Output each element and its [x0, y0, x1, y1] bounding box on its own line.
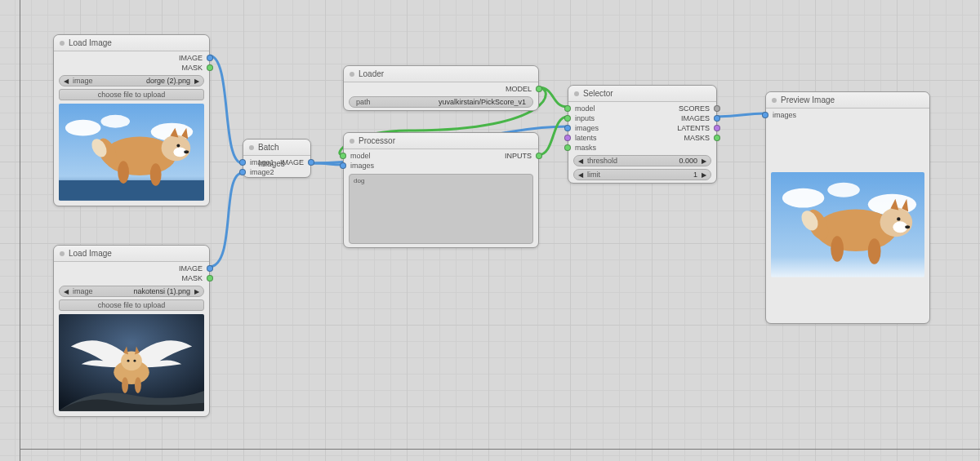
output-inputs-label: INPUTS	[441, 152, 532, 160]
input-masks-label: masks	[575, 144, 710, 152]
text-input[interactable]: dog	[349, 174, 533, 244]
widget-image-selector[interactable]: ◀ image dorge (2).png ▶	[59, 75, 204, 86]
output-port-inputs[interactable]	[536, 153, 542, 159]
output-port-image[interactable]	[207, 55, 213, 61]
output-port-masks[interactable]	[714, 135, 720, 141]
svg-point-1	[65, 120, 101, 136]
output-port-latents[interactable]	[714, 125, 720, 131]
spacer	[766, 282, 929, 323]
input-images-label: images	[350, 162, 532, 170]
input-port-images[interactable]	[564, 125, 571, 131]
input-port-image2[interactable]	[239, 169, 246, 175]
widget-value: 0.000	[621, 157, 701, 165]
node-title[interactable]: Selector	[568, 86, 716, 102]
node-title[interactable]: Load Image	[54, 246, 209, 262]
input-port-model[interactable]	[564, 105, 571, 112]
input-model-label: model	[575, 104, 643, 113]
node-title[interactable]: Loader	[344, 66, 538, 82]
input-latents-label: latents	[575, 134, 643, 142]
output-scores-label: SCORES	[643, 104, 710, 113]
output-mask-label: MASK	[60, 274, 203, 282]
output-port-scores[interactable]	[714, 105, 720, 112]
widget-limit[interactable]: ◀ limit 1 ▶	[573, 169, 711, 180]
svg-point-2	[100, 115, 130, 128]
widget-value: nakotensi (1).png	[96, 287, 194, 295]
widget-value: 1	[604, 171, 701, 179]
arrow-right-icon[interactable]: ▶	[194, 78, 200, 85]
output-latents-label: LATENTS	[643, 124, 710, 132]
output-mask-label: MASK	[60, 64, 203, 72]
widget-label: path	[353, 98, 374, 106]
output-model-label: MODEL	[350, 85, 532, 93]
node-load-image-1[interactable]: Load Image IMAGE MASK ◀ image dorge (2).…	[53, 34, 210, 206]
output-port-model[interactable]	[536, 86, 542, 92]
input-port-masks[interactable]	[564, 144, 571, 151]
node-preview-image[interactable]: Preview Image images	[765, 91, 930, 324]
input-images-label: images	[773, 111, 923, 119]
node-processor[interactable]: Processor model INPUTS images dog	[343, 132, 539, 248]
choose-file-button[interactable]: choose file to upload	[59, 299, 204, 311]
arrow-left-icon[interactable]: ◀	[63, 288, 69, 295]
output-port-images[interactable]	[714, 115, 720, 122]
node-loader[interactable]: Loader MODEL path yuvalkirstain/PickScor…	[343, 65, 539, 111]
node-title[interactable]: Processor	[344, 133, 538, 149]
spacer	[766, 120, 929, 169]
svg-point-30	[880, 208, 913, 237]
widget-value: yuvalkirstain/PickScore_v1	[374, 98, 529, 106]
choose-file-button[interactable]: choose file to upload	[59, 89, 204, 100]
arrow-right-icon[interactable]: ▶	[701, 157, 707, 165]
svg-point-37	[868, 238, 881, 264]
output-images-label: IMAGES	[643, 114, 710, 122]
input-image1-label: image1	[250, 158, 277, 166]
output-image-label: IMAGE	[60, 264, 203, 273]
input-port-inputs[interactable]	[564, 115, 571, 122]
svg-point-21	[127, 360, 130, 362]
widget-image-selector[interactable]: ◀ image nakotensi (1).png ▶	[59, 286, 204, 297]
widget-value: dorge (2).png	[96, 77, 194, 85]
arrow-left-icon[interactable]: ◀	[63, 78, 69, 85]
input-port-image1[interactable]	[239, 159, 246, 166]
node-title[interactable]: Preview Image	[766, 92, 929, 109]
canvas-border-bottom	[20, 449, 980, 450]
svg-point-23	[122, 377, 128, 393]
input-port-latents[interactable]	[564, 135, 571, 141]
svg-point-10	[176, 144, 180, 147]
node-load-image-2[interactable]: Load Image IMAGE MASK ◀ image nakotensi …	[53, 245, 210, 417]
output-image-label: IMAGE	[60, 54, 203, 62]
image-preview	[771, 172, 924, 277]
input-port-images[interactable]	[762, 112, 768, 118]
svg-point-11	[184, 150, 189, 153]
output-port-mask[interactable]	[207, 275, 213, 281]
node-batch-images[interactable]: Batch Images image1 IMAGE image2	[243, 139, 311, 178]
arrow-left-icon[interactable]: ◀	[577, 171, 584, 179]
svg-point-18	[121, 351, 142, 370]
input-images-label: images	[575, 124, 643, 132]
node-title[interactable]: Load Image	[54, 35, 209, 51]
widget-threshold[interactable]: ◀ threshold 0.000 ▶	[573, 155, 711, 166]
svg-point-36	[831, 236, 844, 262]
node-title[interactable]: Batch Images	[243, 140, 310, 156]
svg-point-34	[897, 217, 900, 220]
output-port-image[interactable]	[308, 159, 314, 166]
input-port-model[interactable]	[340, 153, 346, 159]
output-port-mask[interactable]	[207, 64, 213, 71]
svg-point-6	[162, 135, 191, 162]
output-port-image[interactable]	[207, 265, 213, 272]
input-port-images[interactable]	[340, 162, 346, 169]
image-preview	[59, 314, 204, 411]
arrow-right-icon[interactable]: ▶	[194, 288, 200, 295]
output-masks-label: MASKS	[643, 134, 710, 142]
svg-rect-4	[59, 180, 204, 201]
widget-label: threshold	[584, 157, 621, 165]
input-image2-label: image2	[250, 168, 304, 176]
svg-point-24	[135, 377, 141, 393]
image-preview	[59, 104, 204, 201]
output-image-label: IMAGE	[277, 158, 304, 166]
svg-point-26	[782, 188, 824, 208]
widget-path[interactable]: path yuvalkirstain/PickScore_v1	[349, 96, 533, 108]
arrow-right-icon[interactable]: ▶	[701, 171, 707, 179]
node-selector[interactable]: Selector model SCORES inputs IMAGES imag…	[568, 85, 717, 184]
svg-point-27	[827, 183, 860, 197]
arrow-left-icon[interactable]: ◀	[577, 157, 584, 165]
svg-point-22	[133, 360, 136, 362]
